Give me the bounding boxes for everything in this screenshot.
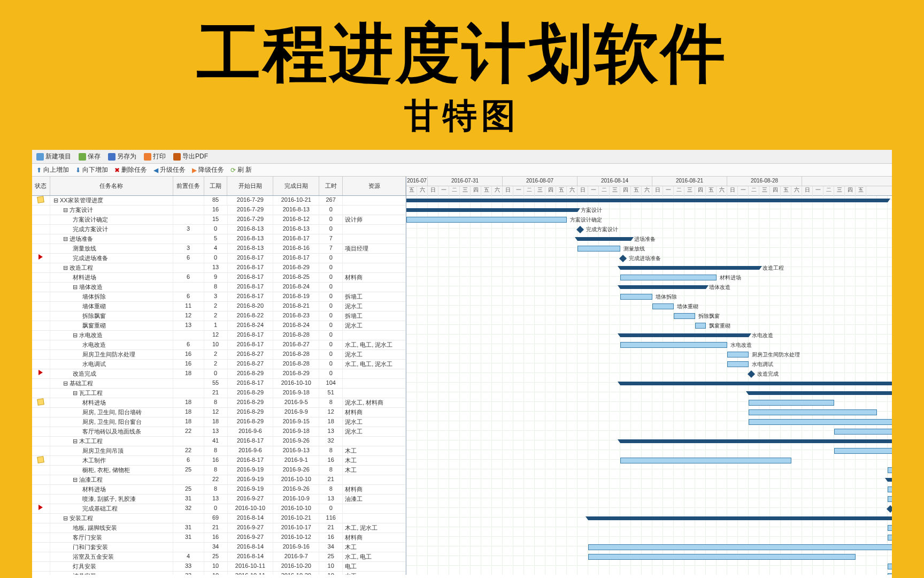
task-name[interactable]: 拆除飘窗 bbox=[50, 311, 173, 321]
task-work[interactable]: 267 bbox=[319, 196, 343, 205]
task-row[interactable]: 厨房卫生间防水处理1622016-8-272016-8-280泥水工 bbox=[32, 350, 406, 360]
task-end[interactable]: 2016-8-21 bbox=[273, 302, 319, 311]
task-name[interactable]: ⊟ 油漆工程 bbox=[50, 475, 173, 484]
task-pred[interactable]: 32 bbox=[173, 504, 204, 513]
task-work[interactable]: 0 bbox=[319, 302, 343, 311]
gantt-chart[interactable]: 2016-072016-07-312016-08-072016-08-14201… bbox=[406, 177, 892, 575]
task-name[interactable]: ⊟ XX家装管理进度 bbox=[50, 196, 173, 205]
gantt-bar[interactable] bbox=[749, 419, 892, 425]
task-row[interactable]: ⊟ 瓦工工程212016-8-292016-9-1851 bbox=[32, 389, 406, 398]
task-res[interactable] bbox=[343, 283, 406, 292]
task-row[interactable]: 门和门套安装342016-8-142016-9-1634木工 bbox=[32, 543, 406, 552]
refresh-button[interactable]: ⟳刷 新 bbox=[230, 165, 252, 174]
task-row[interactable]: 橱柜, 衣柜, 储物柜2582016-9-192016-9-268木工 bbox=[32, 466, 406, 475]
task-work[interactable]: 10 bbox=[319, 572, 343, 575]
task-work[interactable]: 10 bbox=[319, 562, 343, 571]
task-pred[interactable]: 16 bbox=[173, 360, 204, 369]
task-dur[interactable]: 0 bbox=[204, 225, 228, 234]
milestone-marker[interactable] bbox=[619, 255, 627, 262]
task-name[interactable]: ⊟ 墙体改造 bbox=[50, 283, 173, 292]
task-name[interactable]: 橱柜, 衣柜, 储物柜 bbox=[50, 466, 173, 475]
task-end[interactable]: 2016-9-18 bbox=[273, 427, 319, 436]
milestone-marker[interactable] bbox=[887, 505, 892, 513]
task-row[interactable]: ⊟ 基础工程552016-8-172016-10-10104 bbox=[32, 379, 406, 389]
task-start[interactable]: 2016-8-17 bbox=[228, 331, 274, 340]
task-res[interactable]: 油漆工 bbox=[343, 495, 406, 504]
task-start[interactable]: 2016-9-19 bbox=[228, 466, 274, 475]
task-name[interactable]: ⊟ 进场准备 bbox=[50, 234, 173, 244]
task-work[interactable]: 0 bbox=[319, 215, 343, 224]
task-work[interactable]: 34 bbox=[319, 543, 343, 552]
task-work[interactable]: 0 bbox=[319, 225, 343, 234]
task-row[interactable]: 客厅地砖以及地面线条22132016-9-62016-9-1813泥水工 bbox=[32, 427, 406, 437]
task-start[interactable]: 2016-9-6 bbox=[228, 427, 274, 436]
gantt-bar[interactable] bbox=[888, 496, 892, 502]
task-dur[interactable]: 10 bbox=[204, 340, 228, 349]
task-res[interactable] bbox=[343, 504, 406, 513]
task-res[interactable] bbox=[343, 225, 406, 234]
gantt-bar[interactable] bbox=[406, 199, 888, 202]
task-end[interactable]: 2016-8-29 bbox=[273, 263, 319, 272]
gantt-bar[interactable] bbox=[834, 429, 892, 435]
task-pred[interactable]: 6 bbox=[173, 273, 204, 282]
task-end[interactable]: 2016-10-21 bbox=[273, 196, 319, 205]
task-end[interactable]: 2016-8-23 bbox=[273, 311, 319, 321]
task-res[interactable]: 泥水工 bbox=[343, 350, 406, 359]
task-res[interactable] bbox=[343, 331, 406, 340]
print-button[interactable]: 打印 bbox=[144, 152, 166, 161]
task-pred[interactable]: 33 bbox=[173, 572, 204, 575]
task-end[interactable]: 2016-8-28 bbox=[273, 360, 319, 369]
task-name[interactable]: ⊟ 水电改造 bbox=[50, 331, 173, 340]
task-work[interactable]: 104 bbox=[319, 379, 343, 388]
task-end[interactable]: 2016-10-9 bbox=[273, 495, 319, 504]
task-name[interactable]: 水电改造 bbox=[50, 340, 173, 349]
task-work[interactable]: 21 bbox=[319, 475, 343, 484]
task-row[interactable]: 方案设计确定152016-7-292016-8-120设计师 bbox=[32, 215, 406, 225]
task-work[interactable]: 51 bbox=[319, 389, 343, 398]
task-end[interactable]: 2016-8-27 bbox=[273, 340, 319, 349]
task-row[interactable]: 测量放线342016-8-132016-8-167项目经理 bbox=[32, 244, 406, 254]
task-dur[interactable]: 2 bbox=[204, 311, 228, 321]
task-res[interactable]: 泥水工 bbox=[343, 302, 406, 311]
task-end[interactable]: 2016-10-20 bbox=[273, 572, 319, 575]
task-start[interactable]: 2016-8-27 bbox=[228, 360, 274, 369]
task-pred[interactable] bbox=[173, 196, 204, 205]
new-project-button[interactable]: 新建项目 bbox=[36, 152, 71, 161]
task-end[interactable]: 2016-9-9 bbox=[273, 408, 319, 417]
task-res[interactable]: 泥水工, 材料商 bbox=[343, 398, 406, 407]
task-start[interactable]: 2016-8-17 bbox=[228, 456, 274, 465]
task-pred[interactable]: 22 bbox=[173, 427, 204, 436]
task-end[interactable]: 2016-9-26 bbox=[273, 485, 319, 494]
task-name[interactable]: 墙体重砌 bbox=[50, 302, 173, 311]
task-dur[interactable]: 21 bbox=[204, 389, 228, 398]
task-row[interactable]: 客厅门安装31162016-9-272016-10-1216材料商 bbox=[32, 533, 406, 543]
task-dur[interactable]: 13 bbox=[204, 495, 228, 504]
task-res[interactable]: 拆墙工 bbox=[343, 311, 406, 321]
col-name[interactable]: 任务名称 bbox=[50, 177, 173, 195]
task-end[interactable]: 2016-8-28 bbox=[273, 350, 319, 359]
task-name[interactable]: 改造完成 bbox=[50, 369, 173, 378]
task-row[interactable]: ⊟ 墙体改造82016-8-172016-8-240 bbox=[32, 283, 406, 292]
task-work[interactable]: 0 bbox=[319, 504, 343, 513]
task-start[interactable]: 2016-10-11 bbox=[228, 572, 274, 575]
downgrade-task-button[interactable]: ▶降级任务 bbox=[192, 165, 224, 174]
gantt-bar[interactable] bbox=[406, 217, 567, 223]
task-dur[interactable]: 0 bbox=[204, 254, 228, 263]
task-start[interactable]: 2016-10-10 bbox=[228, 504, 274, 513]
task-end[interactable]: 2016-8-12 bbox=[273, 215, 319, 224]
task-res[interactable]: 木工 bbox=[343, 446, 406, 455]
task-start[interactable]: 2016-9-6 bbox=[228, 446, 274, 455]
task-work[interactable]: 0 bbox=[319, 254, 343, 263]
gantt-bar[interactable] bbox=[620, 285, 706, 289]
task-work[interactable]: 0 bbox=[319, 273, 343, 282]
task-pred[interactable] bbox=[173, 283, 204, 292]
task-name[interactable]: 墙体拆除 bbox=[50, 292, 173, 301]
task-row[interactable]: 材料进场1882016-8-292016-9-58泥水工, 材料商 bbox=[32, 398, 406, 408]
task-res[interactable]: 木工 bbox=[343, 466, 406, 475]
task-pred[interactable] bbox=[173, 475, 204, 484]
task-name[interactable]: ⊟ 安装工程 bbox=[50, 514, 173, 523]
task-dur[interactable]: 22 bbox=[204, 475, 228, 484]
task-dur[interactable]: 12 bbox=[204, 331, 228, 340]
task-row[interactable]: ⊟ 油漆工程222016-9-192016-10-1021 bbox=[32, 475, 406, 485]
task-start[interactable]: 2016-8-17 bbox=[228, 283, 274, 292]
